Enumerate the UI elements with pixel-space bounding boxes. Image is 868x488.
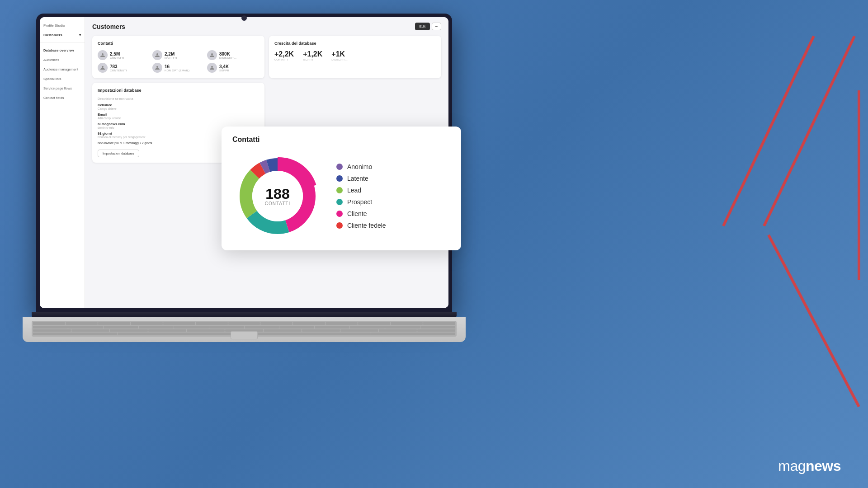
- stat-label-iscritti: ISCRITTI: [165, 56, 177, 59]
- legend-item-cliente: Cliente: [336, 210, 386, 217]
- contatti-stats: 2,5M CONTATTI 2,2M ISCRITTI: [98, 50, 259, 73]
- stat-value-contenuti: 783: [110, 64, 127, 69]
- legend-dot-cliente: [336, 211, 343, 217]
- chevron-down-icon: ▾: [79, 33, 81, 37]
- crescita-disiscrit: +1K DISISCRIT…: [331, 50, 348, 61]
- svg-point-4: [102, 53, 104, 55]
- contatti-donut-card: Contatti 1: [222, 127, 461, 250]
- stat-disiscrit: 800K DISISCRIT…: [207, 50, 259, 60]
- page-title: Customers: [92, 23, 125, 30]
- svg-point-9: [211, 66, 213, 68]
- db-field-desc-email: Altri campi univoci: [98, 117, 259, 120]
- stat-suppr: 3,4K SUPPR: [207, 63, 259, 73]
- db-field-name-email: Email: [98, 113, 259, 117]
- legend-label-anonimo: Anonimo: [347, 163, 372, 170]
- crescita-value-contatti: +2,2K: [274, 50, 294, 58]
- edit-button[interactable]: Edit: [415, 23, 430, 30]
- db-field-cellulare: Cellulare Campo chiave: [98, 103, 259, 110]
- more-button[interactable]: ···: [432, 23, 441, 30]
- sidebar-item-audiences[interactable]: Audiences: [40, 56, 85, 64]
- legend-label-cliente: Cliente: [347, 210, 367, 217]
- laptop-base: [23, 312, 466, 352]
- stat-label-contatti: CONTATTI: [110, 56, 124, 59]
- legend-item-cliente-fedele: Cliente fedele: [336, 222, 386, 229]
- donut-chart: 188 CONTATTI: [232, 151, 323, 241]
- people-icon-3: [207, 50, 217, 60]
- impostazioni-card-title: Impostazioni database: [98, 88, 259, 93]
- crescita-card-title: Crescita del database: [274, 41, 436, 46]
- legend-dot-latente: [336, 175, 343, 182]
- legend-item-latente: Latente: [336, 175, 386, 182]
- db-field-desc-cellulare: Campo chiave: [98, 107, 259, 110]
- donut-label: CONTATTI: [265, 201, 291, 206]
- laptop-bottom: [23, 317, 466, 342]
- legend-dot-anonimo: [336, 164, 343, 170]
- people-icon-2: [152, 50, 162, 60]
- magnews-light: mag: [778, 458, 806, 474]
- legend-label-latente: Latente: [347, 175, 368, 182]
- sidebar-divider: [40, 42, 85, 43]
- people-icon-4: [98, 63, 108, 73]
- page-header: Customers Edit ···: [92, 23, 441, 30]
- stat-value-iscritti: 2,2M: [165, 52, 177, 56]
- stat-value-disiscrit: 800K: [219, 52, 237, 56]
- sidebar: Profile Studio Customers ▾ Database over…: [40, 17, 85, 308]
- stat-opt: 16 NON OPT (Email): [152, 63, 204, 73]
- laptop-hinge: [32, 312, 457, 317]
- header-actions: Edit ···: [415, 23, 441, 30]
- stat-label-disiscrit: DISISCRIT…: [219, 56, 237, 59]
- laptop-notch: [241, 15, 247, 21]
- sidebar-item-service-page-flows[interactable]: Service page flows: [40, 84, 85, 92]
- crescita-iscritti: +1,2K ISCRITTI: [303, 50, 322, 61]
- stat-value-opt: 16: [165, 64, 189, 69]
- crescita-card: Crescita del database +2,2K CONTATTI +1,…: [269, 36, 441, 78]
- contatti-donut-title: Contatti: [232, 136, 450, 144]
- donut-number: 188: [265, 187, 291, 201]
- crescita-stats: +2,2K CONTATTI +1,2K ISCRITTI +1K DISISC…: [274, 50, 436, 61]
- contatti-card: Contatti 2,5M CONTATTI: [92, 36, 264, 78]
- legend-item-lead: Lead: [336, 187, 386, 194]
- magnews-bold: news: [806, 458, 841, 474]
- sidebar-item-database-overview[interactable]: Database overview: [40, 47, 85, 54]
- donut-area: 188 CONTATTI Anonimo Latente Lead Prospe…: [232, 151, 450, 241]
- legend-dot-prospect: [336, 199, 343, 205]
- stat-label-opt: NON OPT (Email): [165, 69, 189, 72]
- crescita-value-disiscrit: +1K: [331, 50, 348, 58]
- people-icon-5: [152, 63, 162, 73]
- stat-contatti: 2,5M CONTATTI: [98, 50, 150, 60]
- svg-point-5: [156, 53, 158, 55]
- db-field-name-dominio: nl.magnews.com: [98, 122, 259, 126]
- svg-point-8: [156, 66, 158, 68]
- crescita-label-iscritti: ISCRITTI: [303, 58, 322, 61]
- keyboard-row-2: [33, 326, 455, 328]
- donut-center-text: 188 CONTATTI: [265, 187, 291, 206]
- sidebar-item-contact-fields[interactable]: Contact fields: [40, 94, 85, 102]
- crescita-value-iscritti: +1,2K: [303, 50, 322, 58]
- legend-item-prospect: Prospect: [336, 198, 386, 206]
- legend-label-cliente-fedele: Cliente fedele: [347, 222, 386, 229]
- stat-label-suppr: SUPPR: [219, 69, 229, 72]
- stat-value-contatti: 2,5M: [110, 52, 124, 56]
- stat-value-suppr: 3,4K: [219, 64, 229, 69]
- impostazioni-button[interactable]: Impostazioni database: [98, 150, 139, 157]
- magnews-logo: magnews: [778, 458, 841, 474]
- stat-iscritti: 2,2M ISCRITTI: [152, 50, 204, 60]
- sidebar-item-audience-management[interactable]: Audience management: [40, 66, 85, 73]
- sidebar-dropdown-label: Customers: [43, 33, 62, 37]
- keyboard-row-1: [33, 322, 455, 325]
- crescita-label-contatti: CONTATTI: [274, 58, 294, 61]
- legend-label-prospect: Prospect: [347, 198, 372, 206]
- legend-dot-cliente-fedele: [336, 222, 343, 229]
- db-desc: Descrizione se non vuota: [98, 97, 259, 100]
- stat-label-contenuti: Contenuti: [110, 69, 127, 72]
- crescita-label-disiscrit: DISISCRIT…: [331, 58, 348, 61]
- stat-contenuti: 783 Contenuti: [98, 63, 150, 73]
- crescita-contatti: +2,2K CONTATTI: [274, 50, 294, 61]
- people-icon: [98, 50, 108, 60]
- sidebar-dropdown[interactable]: Customers ▾: [40, 31, 85, 39]
- svg-point-6: [211, 53, 213, 55]
- laptop-touchpad: [231, 331, 258, 339]
- legend-item-anonimo: Anonimo: [336, 163, 386, 170]
- legend-label-lead: Lead: [347, 187, 361, 194]
- sidebar-item-special-lists[interactable]: Special lists: [40, 75, 85, 83]
